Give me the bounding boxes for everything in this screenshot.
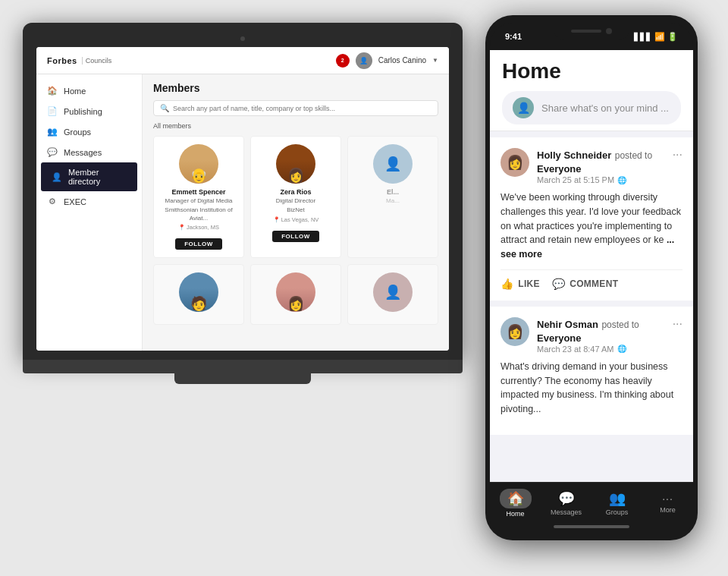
battery-icon: 🔋	[667, 32, 678, 42]
post-input-area[interactable]: 👤 Share what's on your mind ...	[502, 91, 681, 124]
member-company: Smithsonian Institution of Aviat...	[160, 206, 237, 222]
status-icons: ▋▋▋ 📶 🔋	[634, 32, 678, 42]
member-location: 📍 Las Vegas, NV	[257, 216, 334, 223]
search-input[interactable]	[173, 105, 431, 112]
member-card: 👤 El... Ma...	[347, 136, 438, 258]
phone-notch-area: 9:41 ▋▋▋ 📶 🔋	[490, 23, 693, 50]
phone-bezel: 9:41 ▋▋▋ 📶 🔋 Home 👤	[485, 15, 698, 540]
post-more-button[interactable]: ···	[673, 317, 682, 331]
laptop-camera	[240, 36, 245, 41]
location-icon: 📍	[178, 224, 185, 231]
user-avatar: 👤	[356, 52, 372, 69]
home-nav-icon: 🏠	[507, 490, 524, 507]
post-user-meta: Holly Schneider posted to Everyone March…	[537, 148, 673, 184]
post-actions: 👍 LIKE 💬 COMMENT	[500, 269, 682, 290]
member-company: BizNet	[257, 206, 334, 214]
member-card: 👩 Zera Rios Digital Director BizNet 📍 La…	[250, 136, 341, 258]
search-bar[interactable]: 🔍	[153, 100, 438, 116]
exec-icon: ⚙	[47, 197, 58, 206]
member-card: 🧑	[153, 264, 244, 325]
sidebar-item-member-directory[interactable]: 👤 Member directory	[41, 162, 137, 191]
globe-icon: 🌐	[617, 345, 626, 353]
nav-item-messages[interactable]: 💬 Messages	[548, 490, 585, 516]
post-header: 👩 Holly Schneider posted to Everyone Mar…	[500, 148, 682, 184]
forbes-councils: Councils	[82, 57, 112, 65]
nav-item-more[interactable]: ··· More	[649, 493, 687, 514]
sidebar-item-label: Publishing	[64, 107, 102, 116]
member-job-title: Digital Director	[257, 197, 334, 205]
follow-button[interactable]: FOLLOW	[175, 238, 222, 250]
sidebar-item-groups[interactable]: 👥 Groups	[36, 121, 142, 142]
notification-badge[interactable]: 2	[336, 54, 350, 68]
nav-label: Messages	[551, 508, 582, 516]
forbes-logo: Forbes Councils	[47, 56, 111, 65]
phone-front-camera	[606, 28, 612, 34]
nav-item-groups[interactable]: 👥 Groups	[598, 490, 636, 516]
member-name: El...	[354, 188, 431, 196]
follow-button[interactable]: FOLLOW	[272, 231, 319, 242]
topbar-right: 2 👤 Carlos Canino ▼	[336, 52, 438, 69]
post-time: March 25 at 5:15 PM 🌐	[537, 175, 673, 184]
post-author-name: Nehir Osman posted to Everyone	[537, 317, 673, 345]
phone-notch	[554, 23, 629, 39]
sidebar-item-publishing[interactable]: 📄 Publishing	[36, 101, 142, 121]
laptop-topbar: Forbes Councils 2 👤 Carlos Canino ▼	[36, 47, 449, 74]
members-grid: 👴 Emmett Spencer Manager of Digital Medi…	[153, 136, 438, 325]
forbes-brand: Forbes	[47, 56, 77, 65]
sidebar-item-exec[interactable]: ⚙ EXEC	[36, 191, 142, 212]
post-body: What's driving demand in your business c…	[500, 360, 682, 417]
member-name: Zera Rios	[257, 188, 334, 196]
member-avatar: 👴	[179, 144, 218, 184]
post-author-avatar: 👩	[500, 317, 529, 346]
feed-post: 👩 Holly Schneider posted to Everyone Mar…	[490, 137, 693, 301]
member-avatar: 👩	[276, 144, 315, 184]
post-author-avatar: 👩	[500, 148, 529, 177]
globe-icon: 🌐	[617, 176, 626, 184]
messages-icon: 💬	[47, 147, 58, 157]
sidebar-item-messages[interactable]: 💬 Messages	[36, 142, 142, 162]
comment-button[interactable]: 💬 COMMENT	[552, 278, 618, 290]
notification-count: 2	[336, 54, 350, 68]
all-members-label: All members	[153, 122, 438, 130]
like-button[interactable]: 👍 LIKE	[500, 278, 540, 290]
nav-item-home[interactable]: 🏠 Home	[497, 489, 535, 518]
home-icon: 🏠	[47, 86, 58, 96]
groups-nav-icon: 👥	[609, 490, 626, 507]
sidebar-item-home[interactable]: 🏠 Home	[36, 80, 142, 101]
phone-home-indicator	[490, 521, 693, 531]
post-user-meta: Nehir Osman posted to Everyone March 23 …	[537, 317, 673, 354]
user-name: Carlos Canino	[378, 56, 426, 65]
main-content: Members 🔍 All members 👴 Emmett Spencer	[143, 74, 449, 351]
location-icon: 📍	[273, 216, 280, 223]
laptop-body: 🏠 Home 📄 Publishing 👥 Groups 💬 Messages	[36, 74, 449, 351]
current-user-avatar: 👤	[513, 97, 534, 118]
phone-feed: 👩 Holly Schneider posted to Everyone Mar…	[490, 131, 693, 482]
post-time: March 23 at 8:47 AM 🌐	[537, 345, 673, 354]
member-directory-icon: 👤	[52, 172, 62, 182]
post-user-info: 👩 Holly Schneider posted to Everyone Mar…	[500, 148, 673, 184]
post-user-info: 👩 Nehir Osman posted to Everyone March 2…	[500, 317, 673, 354]
member-avatar: 🧑	[179, 272, 218, 312]
post-header: 👩 Nehir Osman posted to Everyone March 2…	[500, 317, 682, 354]
sidebar-item-label: EXEC	[64, 197, 86, 206]
comment-icon: 💬	[552, 278, 565, 290]
search-icon: 🔍	[160, 104, 169, 112]
laptop-screen: Forbes Councils 2 👤 Carlos Canino ▼ 🏠	[36, 47, 449, 351]
phone-home-header: Home 👤 Share what's on your mind ...	[490, 50, 693, 131]
member-card: 👤	[347, 264, 438, 325]
member-company: Ma...	[354, 197, 431, 205]
home-bar	[554, 525, 629, 528]
signal-icon: ▋▋▋	[634, 33, 652, 41]
post-more-button[interactable]: ···	[673, 148, 682, 162]
post-author-name: Holly Schneider posted to Everyone	[537, 148, 673, 175]
phone: 9:41 ▋▋▋ 📶 🔋 Home 👤	[485, 15, 698, 540]
laptop-base	[23, 360, 463, 373]
chevron-down-icon: ▼	[432, 57, 438, 64]
member-card: 👴 Emmett Spencer Manager of Digital Medi…	[153, 136, 244, 258]
members-title: Members	[153, 82, 438, 94]
member-avatar: 👤	[373, 272, 413, 312]
nav-label: More	[660, 506, 676, 514]
phone-speaker	[571, 30, 601, 33]
member-card: 👩	[250, 264, 341, 325]
phone-screen: Home 👤 Share what's on your mind ... 👩	[490, 50, 693, 521]
